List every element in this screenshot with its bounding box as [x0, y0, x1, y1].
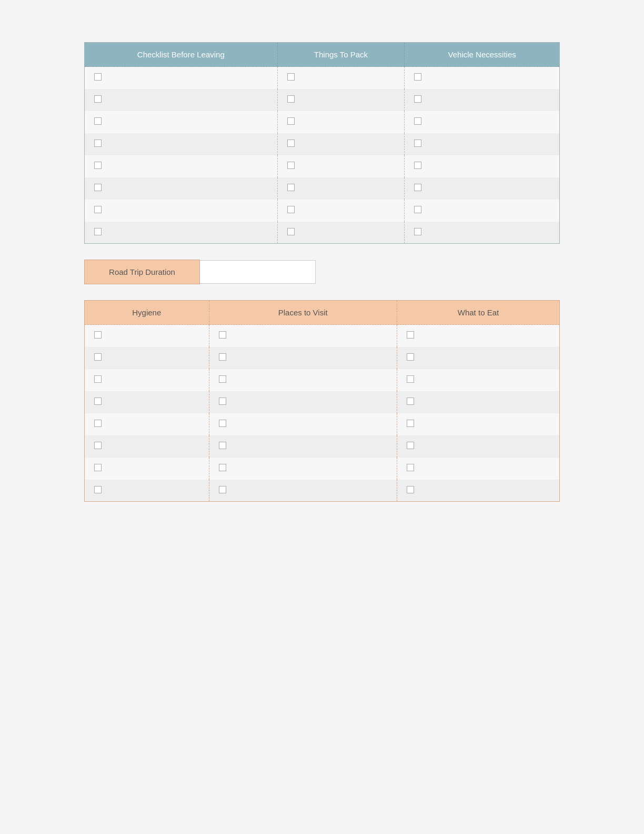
checklist-cell [85, 89, 278, 111]
checkbox[interactable] [94, 353, 102, 361]
places-cell [209, 435, 397, 458]
checkbox[interactable] [407, 442, 414, 449]
table-row [85, 325, 560, 347]
vehicle-cell [405, 111, 560, 133]
checkbox[interactable] [287, 95, 295, 103]
checkbox[interactable] [414, 95, 421, 103]
places-cell [209, 369, 397, 391]
checkbox[interactable] [219, 375, 226, 383]
checklist-header-col3: Vehicle Necessities [405, 43, 560, 67]
places-cell [209, 325, 397, 347]
checkbox[interactable] [287, 184, 295, 191]
duration-section: Road Trip Duration [84, 260, 560, 284]
checkbox[interactable] [219, 464, 226, 471]
table-row [85, 347, 560, 369]
checkbox[interactable] [94, 442, 102, 449]
checklist-cell [85, 111, 278, 133]
things-cell [277, 222, 405, 244]
checkbox[interactable] [219, 420, 226, 427]
checkbox[interactable] [287, 73, 295, 81]
hygiene-cell [85, 435, 209, 458]
checkbox[interactable] [94, 206, 102, 213]
table-row [85, 89, 560, 111]
checkbox[interactable] [94, 331, 102, 339]
checkbox[interactable] [219, 442, 226, 449]
hygiene-header-col2: Places to Visit [209, 301, 397, 325]
table-row [85, 67, 560, 89]
vehicle-cell [405, 67, 560, 89]
checkbox[interactable] [219, 486, 226, 493]
checklist-header-col2: Things To Pack [277, 43, 405, 67]
checkbox[interactable] [94, 117, 102, 125]
table-row [85, 133, 560, 155]
checkbox[interactable] [414, 117, 421, 125]
checkbox[interactable] [407, 420, 414, 427]
checkbox[interactable] [287, 206, 295, 213]
checkbox[interactable] [287, 228, 295, 235]
eat-cell [397, 391, 559, 413]
things-cell [277, 111, 405, 133]
checkbox[interactable] [94, 140, 102, 147]
checkbox[interactable] [94, 228, 102, 235]
hygiene-cell [85, 347, 209, 369]
eat-cell [397, 480, 559, 502]
checkbox[interactable] [287, 140, 295, 147]
hygiene-cell [85, 413, 209, 435]
checkbox[interactable] [414, 162, 421, 169]
checklist-cell [85, 222, 278, 244]
hygiene-cell [85, 369, 209, 391]
checkbox[interactable] [407, 464, 414, 471]
checkbox[interactable] [94, 464, 102, 471]
checkbox[interactable] [94, 398, 102, 405]
checkbox[interactable] [94, 486, 102, 493]
places-cell [209, 458, 397, 480]
checkbox[interactable] [414, 206, 421, 213]
duration-input[interactable] [200, 260, 316, 284]
table-row [85, 391, 560, 413]
table-row [85, 369, 560, 391]
things-cell [277, 177, 405, 200]
table-row [85, 413, 560, 435]
eat-cell [397, 435, 559, 458]
hygiene-header-col1: Hygiene [85, 301, 209, 325]
checkbox[interactable] [219, 398, 226, 405]
table-row [85, 480, 560, 502]
checkbox[interactable] [407, 398, 414, 405]
checkbox[interactable] [407, 353, 414, 361]
checkbox[interactable] [414, 140, 421, 147]
table-row [85, 177, 560, 200]
checkbox[interactable] [407, 375, 414, 383]
things-cell [277, 67, 405, 89]
checkbox[interactable] [414, 184, 421, 191]
table-row [85, 222, 560, 244]
table-row [85, 155, 560, 177]
eat-cell [397, 369, 559, 391]
checkbox[interactable] [94, 420, 102, 427]
hygiene-table: Hygiene Places to Visit What to Eat [84, 300, 560, 502]
hygiene-header-col3: What to Eat [397, 301, 559, 325]
hygiene-cell [85, 325, 209, 347]
vehicle-cell [405, 200, 560, 222]
hygiene-cell [85, 480, 209, 502]
checkbox[interactable] [94, 95, 102, 103]
checkbox[interactable] [94, 184, 102, 191]
eat-cell [397, 347, 559, 369]
checkbox[interactable] [287, 117, 295, 125]
checkbox[interactable] [219, 331, 226, 339]
hygiene-section: Hygiene Places to Visit What to Eat [84, 300, 560, 502]
checkbox[interactable] [219, 353, 226, 361]
things-cell [277, 89, 405, 111]
checkbox[interactable] [94, 73, 102, 81]
vehicle-cell [405, 177, 560, 200]
checkbox[interactable] [414, 228, 421, 235]
checkbox[interactable] [94, 375, 102, 383]
checkbox[interactable] [94, 162, 102, 169]
checklist-section: Checklist Before Leaving Things To Pack … [84, 42, 560, 244]
checklist-cell [85, 200, 278, 222]
checkbox[interactable] [414, 73, 421, 81]
checkbox[interactable] [407, 331, 414, 339]
places-cell [209, 413, 397, 435]
checkbox[interactable] [287, 162, 295, 169]
hygiene-cell [85, 458, 209, 480]
checkbox[interactable] [407, 486, 414, 493]
